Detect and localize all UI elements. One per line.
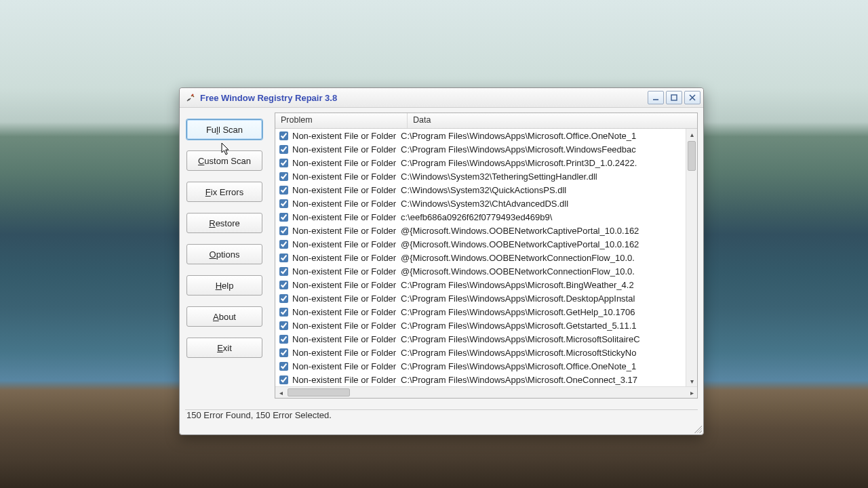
label-underline: C xyxy=(198,156,204,166)
scroll-down-arrow-icon[interactable]: ▾ xyxy=(686,375,697,386)
problem-cell: Non-existent File or Folder xyxy=(292,253,401,263)
column-header-data[interactable]: Data xyxy=(408,113,697,128)
scroll-left-arrow-icon[interactable]: ◂ xyxy=(275,387,286,398)
data-cell: C:\Program Files\WindowsApps\Microsoft.O… xyxy=(401,361,686,371)
table-row[interactable]: Non-existent File or Folder@{Microsoft.W… xyxy=(275,224,686,237)
row-checkbox[interactable] xyxy=(279,267,288,276)
label-part: Fu xyxy=(206,125,216,135)
table-row[interactable]: Non-existent File or Folder@{Microsoft.W… xyxy=(275,264,686,278)
row-checkbox[interactable] xyxy=(279,172,288,181)
table-row[interactable]: Non-existent File or FolderC:\Program Fi… xyxy=(275,156,686,169)
sidebar: Full Scan Custom Scan Fix Errors Restore… xyxy=(185,113,262,399)
row-checkbox[interactable] xyxy=(279,362,288,371)
table-row[interactable]: Non-existent File or FolderC:\Program Fi… xyxy=(275,129,686,142)
exit-button[interactable]: Exit xyxy=(186,338,262,358)
data-cell: @{Microsoft.Windows.OOBENetworkConnectio… xyxy=(401,253,686,263)
horizontal-scrollbar[interactable]: ◂ ▸ xyxy=(275,386,697,398)
app-window: Free Window Registry Repair 3.8 Full Sca… xyxy=(179,87,704,435)
vertical-scrollbar[interactable]: ▴ ▾ xyxy=(686,129,697,386)
table-row[interactable]: Non-existent File or FolderC:\Program Fi… xyxy=(275,291,686,305)
table-row[interactable]: Non-existent File or FolderC:\Program Fi… xyxy=(275,346,686,359)
vertical-scroll-thumb[interactable] xyxy=(688,141,696,171)
full-scan-button[interactable]: Full Scan xyxy=(186,119,262,140)
row-checkbox[interactable] xyxy=(279,226,288,235)
problem-cell: Non-existent File or Folder xyxy=(292,321,401,331)
problem-cell: Non-existent File or Folder xyxy=(292,158,401,168)
label-part: l Scan xyxy=(218,125,243,135)
data-cell: C:\Program Files\WindowsApps\Microsoft.G… xyxy=(401,307,686,317)
row-checkbox[interactable] xyxy=(279,131,288,140)
table-row[interactable]: Non-existent File or FolderC:\Windows\Sy… xyxy=(275,197,686,210)
scroll-up-arrow-icon[interactable]: ▴ xyxy=(686,129,697,140)
problem-cell: Non-existent File or Folder xyxy=(292,375,401,385)
row-checkbox[interactable] xyxy=(279,199,288,208)
row-checkbox[interactable] xyxy=(279,186,288,195)
table-row[interactable]: Non-existent File or Folder@{Microsoft.W… xyxy=(275,251,686,264)
restore-button[interactable]: Restore xyxy=(186,213,262,233)
data-cell: C:\Program Files\WindowsApps\Microsoft.M… xyxy=(401,348,686,358)
row-checkbox[interactable] xyxy=(279,308,288,317)
row-checkbox[interactable] xyxy=(279,281,288,289)
data-cell: C:\Windows\System32\ChtAdvancedDS.dll xyxy=(401,199,686,209)
table-row[interactable]: Non-existent File or Folderc:\eefb686a09… xyxy=(275,210,686,224)
data-cell: C:\Program Files\WindowsApps\Microsoft.B… xyxy=(401,280,686,290)
row-checkbox[interactable] xyxy=(279,240,288,249)
row-checkbox[interactable] xyxy=(279,253,288,262)
window-title: Free Window Registry Repair 3.8 xyxy=(200,93,337,103)
problem-cell: Non-existent File or Folder xyxy=(292,226,401,236)
table-row[interactable]: Non-existent File or FolderC:\Program Fi… xyxy=(275,142,686,156)
options-button[interactable]: Options xyxy=(186,244,262,264)
label-part: xit xyxy=(223,343,232,353)
table-row[interactable]: Non-existent File or FolderC:\Program Fi… xyxy=(275,278,686,291)
work-area: Full Scan Custom Scan Fix Errors Restore… xyxy=(185,113,698,399)
data-cell: C:\Program Files\WindowsApps\Microsoft.O… xyxy=(401,375,686,385)
scroll-right-arrow-icon[interactable]: ▸ xyxy=(686,387,697,398)
custom-scan-button[interactable]: Custom Scan xyxy=(186,150,262,171)
problem-cell: Non-existent File or Folder xyxy=(292,212,401,222)
data-cell: C:\Windows\System32\QuickActionsPS.dll xyxy=(401,185,686,195)
label-part: ix Errors xyxy=(211,187,243,197)
data-cell: C:\Windows\System32\TetheringSettingHand… xyxy=(401,171,686,182)
fix-errors-button[interactable]: Fix Errors xyxy=(186,182,262,202)
rows-container: Non-existent File or FolderC:\Program Fi… xyxy=(275,129,686,386)
column-header-problem[interactable]: Problem xyxy=(275,113,408,128)
label-underline: O xyxy=(210,249,216,260)
table-row[interactable]: Non-existent File or FolderC:\Program Fi… xyxy=(275,359,686,373)
maximize-button[interactable] xyxy=(666,91,682,104)
title-bar[interactable]: Free Window Registry Repair 3.8 xyxy=(180,88,703,108)
label-underline: F xyxy=(205,187,211,197)
row-checkbox[interactable] xyxy=(279,375,288,384)
data-cell: C:\Program Files\WindowsApps\Microsoft.O… xyxy=(401,131,686,141)
row-checkbox[interactable] xyxy=(279,145,288,154)
row-checkbox[interactable] xyxy=(279,348,288,357)
close-button[interactable] xyxy=(684,91,701,104)
row-checkbox[interactable] xyxy=(279,294,288,303)
row-checkbox[interactable] xyxy=(279,213,288,222)
table-row[interactable]: Non-existent File or FolderC:\Program Fi… xyxy=(275,332,686,346)
table-row[interactable]: Non-existent File or FolderC:\Program Fi… xyxy=(275,373,686,386)
problem-cell: Non-existent File or Folder xyxy=(292,131,401,141)
row-checkbox[interactable] xyxy=(279,159,288,167)
table-row[interactable]: Non-existent File or Folder@{Microsoft.W… xyxy=(275,237,686,251)
problem-cell: Non-existent File or Folder xyxy=(292,144,401,155)
list-body: Non-existent File or FolderC:\Program Fi… xyxy=(275,129,697,386)
label-part: ptions xyxy=(216,249,240,260)
help-button[interactable]: Help xyxy=(186,275,262,296)
horizontal-scroll-thumb[interactable] xyxy=(288,388,350,396)
resize-grip[interactable] xyxy=(692,424,702,433)
data-cell: C:\Program Files\WindowsApps\Microsoft.M… xyxy=(401,334,686,344)
row-checkbox[interactable] xyxy=(279,335,288,344)
table-row[interactable]: Non-existent File or FolderC:\Program Fi… xyxy=(275,305,686,319)
status-bar: 150 Error Found, 150 Error Selected. xyxy=(185,409,698,420)
problem-cell: Non-existent File or Folder xyxy=(292,334,401,344)
column-header-row: Problem Data xyxy=(275,113,697,129)
label-part: bout xyxy=(219,312,236,322)
data-cell: C:\Program Files\WindowsApps\Microsoft.D… xyxy=(401,293,686,304)
about-button[interactable]: About xyxy=(186,306,262,327)
data-cell: @{Microsoft.Windows.OOBENetworkCaptivePo… xyxy=(401,226,686,236)
table-row[interactable]: Non-existent File or FolderC:\Windows\Sy… xyxy=(275,169,686,183)
row-checkbox[interactable] xyxy=(279,321,288,330)
table-row[interactable]: Non-existent File or FolderC:\Windows\Sy… xyxy=(275,183,686,197)
minimize-button[interactable] xyxy=(648,91,664,104)
table-row[interactable]: Non-existent File or FolderC:\Program Fi… xyxy=(275,319,686,332)
